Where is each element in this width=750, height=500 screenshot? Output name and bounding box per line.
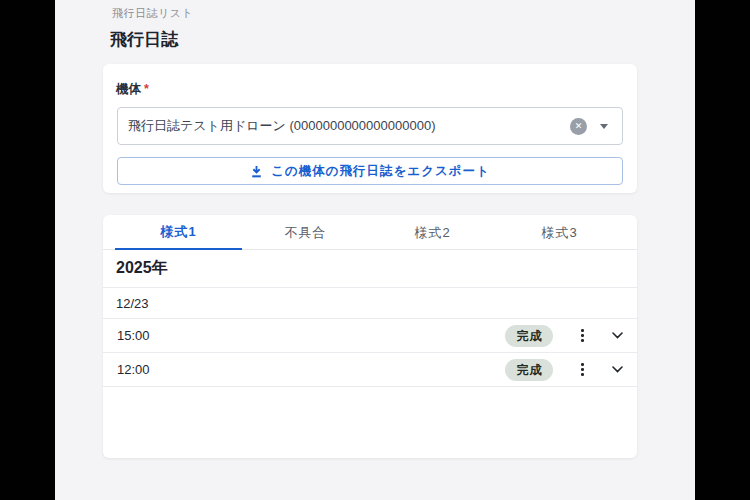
tab-yoshiki1[interactable]: 様式1 [115,215,242,250]
aircraft-field-label-text: 機体 [116,82,141,96]
download-icon [250,165,263,178]
required-asterisk: * [144,82,149,96]
kebab-menu-icon[interactable] [577,359,588,380]
flight-log-card: 様式1 不具合 様式2 様式3 2025年 12/23 15:00 完成 [103,215,637,458]
clear-selection-icon[interactable]: ✕ [570,118,587,135]
entry-time: 15:00 [117,328,150,343]
page-title: 飛行日誌 [110,28,178,51]
screen: 飛行日誌リスト 飛行日誌 機体* 飛行日誌テスト用ドローン (000000000… [0,0,750,500]
date-group-row: 12/23 [103,288,637,319]
status-badge: 完成 [505,359,553,381]
entry-time: 12:00 [117,362,150,377]
aircraft-select[interactable]: 飛行日誌テスト用ドローン (0000000000000000000) ✕ [117,107,623,145]
export-logs-button-label: この機体の飛行日誌をエクスポート [271,163,490,180]
entry-actions: 完成 [505,325,623,347]
breadcrumb[interactable]: 飛行日誌リスト [112,6,193,21]
entry-actions: 完成 [505,359,623,381]
status-badge: 完成 [505,325,553,347]
tab-yoshiki2[interactable]: 様式2 [369,215,496,250]
year-heading: 2025年 [103,250,637,288]
export-logs-button[interactable]: この機体の飛行日誌をエクスポート [117,157,623,185]
left-black-bar [0,0,55,500]
date-group-label: 12/23 [116,296,149,311]
aircraft-field-label: 機体* [116,81,623,98]
page-content: 飛行日誌リスト 飛行日誌 機体* 飛行日誌テスト用ドローン (000000000… [55,0,695,500]
tab-bar: 様式1 不具合 様式2 様式3 [103,215,637,250]
kebab-menu-icon[interactable] [577,325,588,346]
right-black-bar [695,0,750,500]
chevron-down-icon [600,124,608,129]
aircraft-card: 機体* 飛行日誌テスト用ドローン (0000000000000000000) ✕… [103,64,637,193]
expand-chevron-icon[interactable] [612,330,623,341]
tab-yoshiki3[interactable]: 様式3 [496,215,623,250]
aircraft-select-value: 飛行日誌テスト用ドローン (0000000000000000000) [128,117,570,135]
expand-chevron-icon[interactable] [612,364,623,375]
log-entry-row: 12:00 完成 [103,353,637,387]
tab-fuguai[interactable]: 不具合 [242,215,369,250]
log-entry-row: 15:00 完成 [103,319,637,353]
